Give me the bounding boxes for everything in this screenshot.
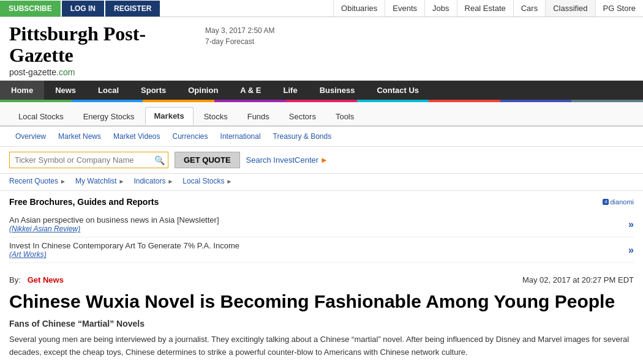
secondary-nav-currencies[interactable]: Currencies <box>167 130 214 143</box>
secondary-nav: Overview Market News Market Videos Curre… <box>0 127 643 147</box>
quicklink-recent-quotes[interactable]: Recent Quotes ► <box>9 177 66 185</box>
brochure-title-1: An Asian perspective on business news in… <box>9 215 219 225</box>
content: Free Brochures, Guides and Reports d dia… <box>0 191 643 364</box>
quote-input[interactable] <box>9 152 168 168</box>
quicklink-local-stocks-arrow: ► <box>226 178 232 185</box>
logo-domain-text: post-gazette <box>9 67 56 77</box>
color-bar-7 <box>429 100 500 102</box>
top-bar-left: SUBSCRIBE LOG IN REGISTER <box>0 1 160 17</box>
tab-local-stocks[interactable]: Local Stocks <box>9 108 73 125</box>
dianomi-logo: d dianomi <box>603 198 634 206</box>
secondary-nav-market-videos[interactable]: Market Videos <box>107 130 166 143</box>
top-nav-events[interactable]: Events <box>385 0 424 17</box>
top-bar: SUBSCRIBE LOG IN REGISTER Obituaries Eve… <box>0 0 643 17</box>
brochure-item-2: Invest In Chinese Contemporary Art To Ge… <box>9 237 634 263</box>
quick-links: Recent Quotes ► My Watchlist ► Indicator… <box>0 174 643 191</box>
top-nav-realestate[interactable]: Real Estate <box>457 0 513 17</box>
quote-input-wrap: 🔍 <box>9 152 168 168</box>
quicklink-indicators-arrow: ► <box>167 178 173 185</box>
brochure-item-1: An Asian perspective on business news in… <box>9 212 634 237</box>
dianomi-text: dianomi <box>610 198 634 206</box>
nav-business[interactable]: Business <box>309 81 366 100</box>
quicklink-indicators[interactable]: Indicators ► <box>133 177 173 185</box>
secondary-nav-treasury[interactable]: Treasury & Bonds <box>267 130 338 143</box>
main-nav: Home News Local Sports Opinion A & E Lif… <box>0 81 643 100</box>
brochure-title-2: Invest In Chinese Contemporary Art To Ge… <box>9 241 239 250</box>
header-right: May 3, 2017 2:50 AM 7-day Forecast <box>193 23 634 46</box>
logo-name: Pittsburgh Post-Gazette <box>9 23 146 66</box>
tab-energy-stocks[interactable]: Energy Stocks <box>74 108 144 125</box>
color-bar-1 <box>0 100 72 102</box>
brochure-arrow-2[interactable]: » <box>628 245 634 256</box>
top-nav-classified[interactable]: Classified <box>545 0 595 17</box>
quote-bar: 🔍 GET QUOTE Search InvestCenter ► <box>0 147 643 174</box>
brochures-title: Free Brochures, Guides and Reports <box>9 197 159 207</box>
top-nav-pgstore[interactable]: PG Store <box>595 0 643 17</box>
brochure-source-1[interactable]: (Nikkei Asian Review) <box>9 225 219 233</box>
top-nav-jobs[interactable]: Jobs <box>424 0 456 17</box>
quicklink-recent-quotes-arrow: ► <box>60 178 66 185</box>
brochure-source-2[interactable]: (Art Works) <box>9 250 239 259</box>
color-bar-5 <box>286 100 358 102</box>
search-icon: 🔍 <box>154 155 165 165</box>
nav-home[interactable]: Home <box>0 81 44 100</box>
article-body: Several young men are being interviewed … <box>9 333 634 359</box>
quicklink-watchlist[interactable]: My Watchlist ► <box>75 177 124 185</box>
article-author[interactable]: Get News <box>28 275 64 284</box>
top-nav-obituaries[interactable]: Obituaries <box>333 0 385 17</box>
article-title: Chinese Wuxia Novel is Becoming Fashiona… <box>9 291 634 313</box>
search-invest-label: Search InvestCenter <box>246 155 319 165</box>
quicklink-watchlist-arrow: ► <box>119 178 125 185</box>
header: Pittsburgh Post-Gazette post-gazette.com… <box>0 17 643 81</box>
tab-markets[interactable]: Markets <box>145 107 194 125</box>
logo-com: .com <box>56 67 75 77</box>
article-date: May 02, 2017 at 20:27 PM EDT <box>522 275 634 284</box>
article-subtitle: Fans of Chinese “Martial” Novels <box>9 319 634 329</box>
login-button[interactable]: LOG IN <box>62 1 104 17</box>
tab-sectors[interactable]: Sectors <box>280 108 325 125</box>
brochure-text-1: An Asian perspective on business news in… <box>9 215 219 233</box>
search-investcenter-link[interactable]: Search InvestCenter ► <box>246 155 328 165</box>
color-bar-8 <box>500 100 572 102</box>
tab-tools[interactable]: Tools <box>326 108 363 125</box>
color-bar-6 <box>357 100 429 102</box>
nav-news[interactable]: News <box>44 81 87 100</box>
nav-contact[interactable]: Contact Us <box>366 81 430 100</box>
subscribe-button[interactable]: SUBSCRIBE <box>0 1 61 17</box>
nav-ae[interactable]: A & E <box>229 81 272 100</box>
logo-domain: post-gazette.com <box>9 67 193 77</box>
quicklink-recent-quotes-label: Recent Quotes <box>9 177 58 185</box>
tab-funds[interactable]: Funds <box>238 108 279 125</box>
color-bar-2 <box>72 100 143 102</box>
get-quote-button[interactable]: GET QUOTE <box>175 152 240 168</box>
logo-area: Pittsburgh Post-Gazette post-gazette.com <box>9 23 193 77</box>
nav-life[interactable]: Life <box>273 81 309 100</box>
register-button[interactable]: REGISTER <box>105 1 160 17</box>
tab-stocks[interactable]: Stocks <box>195 108 237 125</box>
quicklink-local-stocks[interactable]: Local Stocks ► <box>182 177 232 185</box>
color-bar-3 <box>143 100 214 102</box>
quicklink-indicators-label: Indicators <box>133 177 165 185</box>
nav-local[interactable]: Local <box>87 81 130 100</box>
byline-left: By: Get News <box>9 275 64 284</box>
secondary-nav-international[interactable]: International <box>214 130 267 143</box>
logo-text: Pittsburgh Post-Gazette <box>9 23 193 66</box>
quicklink-watchlist-label: My Watchlist <box>75 177 117 185</box>
color-bar-9 <box>571 100 643 102</box>
dianomi-icon: d <box>603 199 609 205</box>
nav-sports[interactable]: Sports <box>130 81 177 100</box>
sub-nav: Local Stocks Energy Stocks Markets Stock… <box>0 102 643 127</box>
color-strip <box>0 100 643 102</box>
brochures-header: Free Brochures, Guides and Reports d dia… <box>9 197 634 207</box>
nav-opinion[interactable]: Opinion <box>177 81 229 100</box>
brochure-arrow-1[interactable]: » <box>628 219 634 230</box>
byline-prefix: By: <box>9 275 21 284</box>
secondary-nav-overview[interactable]: Overview <box>9 130 52 143</box>
top-nav: Obituaries Events Jobs Real Estate Cars … <box>160 0 643 17</box>
article-byline: By: Get News May 02, 2017 at 20:27 PM ED… <box>9 275 634 284</box>
secondary-nav-market-news[interactable]: Market News <box>52 130 107 143</box>
top-nav-cars[interactable]: Cars <box>513 0 545 17</box>
header-forecast[interactable]: 7-day Forecast <box>205 37 634 46</box>
header-date: May 3, 2017 2:50 AM <box>205 26 634 35</box>
search-invest-arrow: ► <box>320 155 328 165</box>
